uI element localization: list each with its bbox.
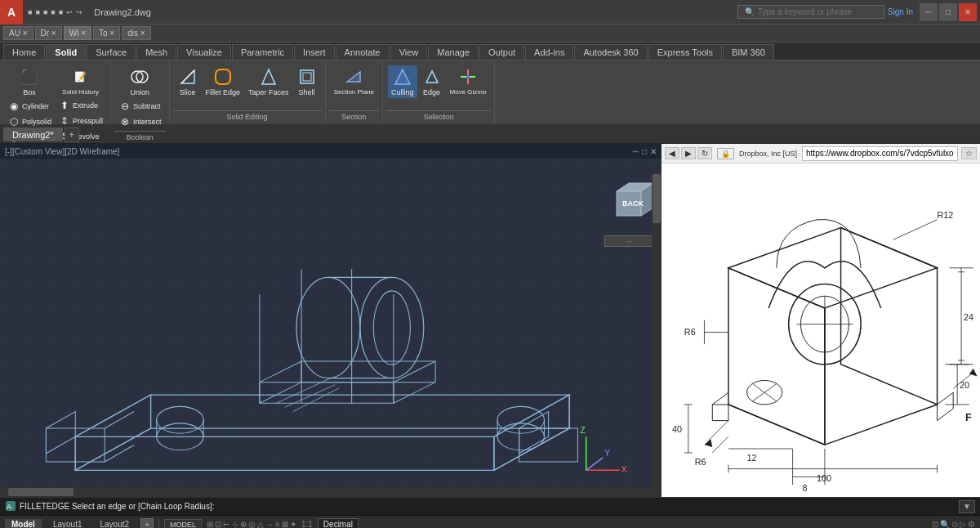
svg-text:R12: R12	[938, 210, 954, 220]
zoom-ratio-label: 1:1	[301, 520, 313, 528]
reload-button[interactable]: ↻	[697, 147, 712, 159]
tab-autodesk360[interactable]: Autodesk 360	[574, 44, 647, 60]
viewport-scrollbar-horizontal[interactable]	[0, 487, 652, 497]
tab-bim360[interactable]: BIM 360	[723, 44, 774, 60]
edge-icon	[422, 67, 442, 87]
minimize-button[interactable]: ─	[920, 3, 938, 21]
svg-marker-8	[347, 72, 360, 82]
cylinder-button[interactable]: ◉ Cylinder	[5, 99, 54, 114]
revolve-button[interactable]: ↻ Revolve	[56, 129, 105, 144]
union-button[interactable]: Union	[116, 65, 164, 98]
svg-text:100: 100	[817, 473, 831, 483]
ribbon-group-boolean: Union ⊖ Subtract ⊗ Intersect Boolean	[111, 62, 170, 123]
tab-visualize[interactable]: Visualize	[177, 44, 231, 60]
shell-button[interactable]: Shell	[294, 65, 320, 98]
snap-button[interactable]: ⊡	[215, 520, 221, 528]
browser-tab-dr[interactable]: Dr ×	[35, 26, 62, 40]
slice-icon	[178, 67, 198, 87]
box-button[interactable]: ⬛ Box	[5, 65, 54, 98]
new-tab-button[interactable]: +	[65, 128, 79, 142]
otrack-button[interactable]: ◎	[248, 520, 256, 528]
solid-editing-group-label: Solid Editing	[173, 110, 322, 121]
command-icon: A	[5, 500, 16, 513]
url-bar[interactable]	[802, 146, 958, 161]
showmotion-button[interactable]: ▷	[960, 520, 966, 528]
pan-button[interactable]: ⊡	[932, 520, 938, 528]
tab-annotate[interactable]: Annotate	[336, 44, 390, 60]
taper-faces-button[interactable]: Taper Faces	[245, 65, 292, 98]
lweight-button[interactable]: ≡	[275, 520, 280, 528]
culling-button[interactable]: Culling	[388, 65, 417, 98]
subtract-icon: ⊖	[118, 100, 131, 113]
viewport-scrollbar-vertical[interactable]	[652, 173, 662, 497]
browser-tab-dis[interactable]: dis ×	[122, 26, 150, 40]
bookmark-button[interactable]: ☆	[961, 147, 977, 159]
model-space-label[interactable]: MODEL	[164, 519, 202, 529]
window-controls: ─ □ ✕	[920, 3, 980, 21]
navwheel-button[interactable]: ⊙	[951, 520, 958, 528]
layout2-tab[interactable]: Layout2	[93, 519, 136, 528]
grid-button[interactable]: ⊞	[207, 520, 213, 528]
signin-link[interactable]: Sign In	[888, 7, 913, 16]
slice-button[interactable]: Slice	[175, 65, 201, 98]
viewport-canvas[interactable]: X Z Y BACK ···	[0, 159, 662, 497]
ssl-indicator: 🔒	[717, 148, 734, 159]
edge-button[interactable]: Edge	[419, 65, 445, 98]
close-button[interactable]: ✕	[959, 3, 977, 21]
tab-home[interactable]: Home	[3, 44, 45, 60]
tab-manage[interactable]: Manage	[428, 44, 479, 60]
move-gizmo-button[interactable]: Move Gizmo	[447, 65, 490, 97]
back-button[interactable]: ◀	[665, 147, 679, 159]
presspull-button[interactable]: ⇕ Presspull	[56, 114, 105, 128]
search-input[interactable]	[758, 7, 872, 16]
tab-solid[interactable]: Solid	[46, 44, 86, 60]
svg-text:12: 12	[747, 453, 757, 463]
browser-bar: ◀ ▶ ↻ 🔒 Dropbox, Inc [US] ☆	[662, 144, 980, 163]
section-plane-button[interactable]: Section Plane	[331, 65, 377, 97]
fillet-edge-button[interactable]: Fillet Edge	[203, 65, 244, 98]
svg-rect-4	[216, 69, 230, 84]
tab-surface[interactable]: Surface	[87, 44, 136, 60]
qp-button[interactable]: ✦	[290, 520, 296, 528]
subtract-button[interactable]: ⊖ Subtract	[116, 99, 164, 114]
tab-mesh[interactable]: Mesh	[136, 44, 176, 60]
zoom-button[interactable]: 🔍	[940, 520, 950, 528]
osnap-button[interactable]: ⊕	[240, 520, 247, 528]
tab-output[interactable]: Output	[479, 44, 524, 60]
solid-history-button[interactable]: 📝 Solid History	[56, 65, 105, 97]
tab-insert[interactable]: Insert	[294, 44, 335, 60]
reference-drawing: R12 R6 24 20	[662, 163, 980, 497]
command-dropdown[interactable]: ▼	[959, 500, 975, 513]
ribbon-panel: ⬛ Box ◉ Cylinder ⬡ Polysolid ◎ Sphere	[0, 60, 980, 126]
tab-view[interactable]: View	[390, 44, 428, 60]
polysolid-icon: ⬡	[7, 115, 20, 128]
browser-tab-to[interactable]: To ×	[93, 26, 120, 40]
cad-viewport[interactable]: [-][Custom View][2D Wireframe] ─ □ ✕	[0, 144, 662, 497]
browser-tab-au[interactable]: AU ×	[3, 26, 33, 40]
forward-button[interactable]: ▶	[681, 147, 696, 159]
maximize-button[interactable]: □	[939, 3, 957, 21]
ortho-button[interactable]: ⊢	[223, 520, 230, 528]
tab-parametric[interactable]: Parametric	[232, 44, 293, 60]
layout1-tab[interactable]: Layout1	[47, 519, 89, 528]
union-icon	[130, 67, 149, 87]
polar-button[interactable]: ⊹	[232, 520, 238, 528]
intersect-button[interactable]: ⊗ Intersect	[116, 114, 164, 129]
settings-button[interactable]: ⚙	[968, 520, 975, 528]
extrude-button[interactable]: ⬆ Extrude	[56, 98, 105, 113]
doc-tab-drawing2[interactable]: Drawing2*	[3, 128, 63, 141]
command-input[interactable]	[20, 502, 959, 511]
model-tab[interactable]: Model	[5, 519, 42, 528]
nav-cube[interactable]: BACK ···	[604, 175, 653, 232]
tab-addins[interactable]: Add-ins	[525, 44, 573, 60]
tpmode-button[interactable]: ⊠	[282, 520, 288, 528]
add-layout-button[interactable]: +	[140, 518, 154, 529]
svg-rect-7	[303, 73, 311, 81]
nav-cube-control[interactable]: ···	[604, 235, 653, 247]
svg-text:F: F	[965, 411, 972, 423]
browser-tab-wi[interactable]: Wi ×	[64, 26, 91, 40]
tab-express-tools[interactable]: Express Tools	[648, 44, 722, 60]
dynucs-button[interactable]: △	[257, 520, 264, 528]
culling-icon	[393, 67, 412, 87]
dyn-button[interactable]: →	[265, 520, 274, 528]
